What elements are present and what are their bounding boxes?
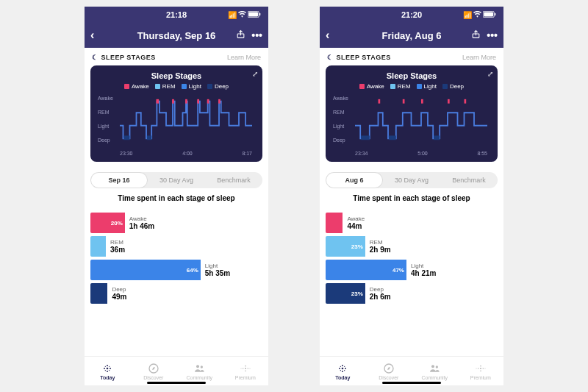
svg-point-43: [342, 367, 344, 369]
svg-point-57: [482, 368, 484, 369]
svg-point-50: [340, 370, 341, 371]
bar-fill-light: 64%: [90, 260, 201, 280]
svg-rect-36: [403, 99, 405, 104]
svg-point-58: [480, 365, 481, 366]
tab-premium[interactable]: Premium: [223, 357, 269, 385]
bar-fill-deep: 23%: [326, 283, 365, 304]
nav-actions: •••: [471, 29, 498, 41]
svg-point-19: [105, 370, 106, 371]
premium-icon: [475, 363, 487, 374]
sleep-stages-chart[interactable]: ⤢ Sleep Stages Awake REM Light Deep Awak…: [90, 65, 262, 162]
svg-rect-37: [421, 99, 423, 104]
svg-point-54: [436, 366, 438, 368]
expand-icon[interactable]: ⤢: [487, 70, 493, 78]
svg-point-24: [245, 367, 246, 368]
svg-rect-4: [157, 99, 159, 104]
hypnogram: Awake REM Light Deep 23:34 5:00: [331, 94, 492, 156]
premium-icon: [240, 363, 251, 374]
phone-screen-1: 21:20 📶 ‹ Friday, Aug 6 ••• ☾SLEEP STAGE…: [320, 7, 503, 385]
section-label: ☾SLEEP STAGES: [327, 54, 391, 61]
svg-point-26: [247, 368, 248, 369]
tab-today[interactable]: Today: [85, 357, 131, 385]
share-icon[interactable]: [471, 29, 481, 41]
bar-light: 64% Light5h 35m: [90, 260, 262, 280]
svg-rect-2: [259, 13, 260, 15]
more-icon[interactable]: •••: [487, 29, 498, 41]
status-time: 21:20: [401, 10, 422, 19]
nav-title: Thursday, Sep 16: [137, 30, 216, 41]
tab-premium[interactable]: Premium: [458, 357, 504, 385]
bar-fill-light: 47%: [326, 260, 406, 280]
tab-benchmark[interactable]: Benchmark: [205, 172, 262, 188]
hypnogram: Awake REM Light Deep 23:30 4:00: [96, 94, 257, 156]
svg-point-20: [109, 370, 110, 371]
svg-rect-5: [172, 99, 174, 104]
svg-rect-11: [147, 135, 151, 140]
tab-benchmark[interactable]: Benchmark: [440, 172, 498, 188]
learn-more-link[interactable]: Learn More: [462, 54, 496, 61]
signal-icon: 📶: [463, 11, 472, 19]
bar-fill-rem: 23%: [326, 236, 365, 257]
nav-bar: ‹ Friday, Aug 6 •••: [320, 23, 503, 48]
bar-fill-deep: [90, 283, 107, 304]
learn-more-link[interactable]: Learn More: [227, 54, 261, 61]
back-button[interactable]: ‹: [90, 29, 94, 41]
bottom-tabbar: Today Discover Community Premium: [85, 356, 268, 385]
today-icon: [337, 363, 348, 374]
moon-icon: ☾: [327, 54, 334, 61]
community-icon: [429, 363, 440, 374]
swatch-deep: [207, 84, 212, 89]
compass-icon: [148, 363, 159, 374]
svg-point-44: [339, 368, 340, 369]
nav-title: Friday, Aug 6: [382, 30, 442, 41]
tab-30day[interactable]: 30 Day Avg: [148, 172, 205, 188]
swatch-light: [182, 84, 187, 89]
compass-icon: [383, 363, 395, 374]
home-indicator[interactable]: [147, 382, 206, 384]
tab-date[interactable]: Aug 6: [326, 172, 383, 188]
svg-point-23: [201, 366, 203, 368]
today-icon: [101, 363, 113, 374]
svg-rect-7: [197, 99, 199, 104]
back-button[interactable]: ‹: [326, 29, 329, 41]
svg-point-60: [476, 368, 476, 368]
expand-icon[interactable]: ⤢: [252, 70, 258, 78]
svg-point-16: [107, 371, 108, 372]
chart-title: Sleep Stages: [96, 71, 257, 80]
bar-fill-awake: [326, 213, 343, 233]
bar-deep: Deep49m: [90, 283, 262, 304]
battery-icon: [483, 11, 496, 19]
chart-title: Sleep Stages: [331, 71, 492, 80]
section-label: ☾SLEEP STAGES: [92, 54, 156, 61]
svg-point-45: [345, 368, 346, 369]
battery-icon: [248, 11, 261, 19]
more-icon[interactable]: •••: [251, 29, 262, 41]
svg-point-49: [344, 366, 345, 366]
svg-rect-6: [185, 99, 187, 104]
nav-bar: ‹ Thursday, Sep 16 •••: [85, 23, 268, 48]
range-tabs: Aug 6 30 Day Avg Benchmark: [326, 172, 498, 188]
svg-rect-9: [218, 99, 220, 104]
svg-point-53: [431, 365, 434, 368]
sleep-stages-chart[interactable]: ⤢ Sleep Stages Awake REM Light Deep Awak…: [326, 65, 498, 162]
svg-point-13: [104, 368, 105, 369]
svg-point-15: [107, 365, 108, 366]
svg-rect-40: [361, 135, 370, 140]
tab-today[interactable]: Today: [320, 357, 366, 385]
swatch-deep: [442, 84, 448, 89]
tab-30day[interactable]: 30 Day Avg: [383, 172, 440, 188]
wifi-icon: [238, 11, 246, 19]
status-time: 21:18: [166, 10, 187, 19]
svg-point-14: [110, 368, 111, 369]
svg-point-61: [484, 368, 485, 368]
share-icon[interactable]: [236, 29, 245, 41]
phone-screen-0: 21:18 📶 ‹ Thursday, Sep 16 ••• ☾SLEEP ST…: [85, 7, 268, 385]
status-bar: 21:20 📶: [320, 7, 503, 23]
bar-awake: 20% Awake1h 46m: [90, 213, 262, 233]
bar-fill-rem: [90, 236, 106, 257]
tab-date[interactable]: Sep 16: [90, 172, 148, 188]
section-header: ☾SLEEP STAGES Learn More: [320, 48, 503, 65]
home-indicator[interactable]: [382, 382, 441, 384]
svg-rect-35: [379, 99, 381, 104]
bar-awake: Awake44m: [326, 213, 498, 233]
